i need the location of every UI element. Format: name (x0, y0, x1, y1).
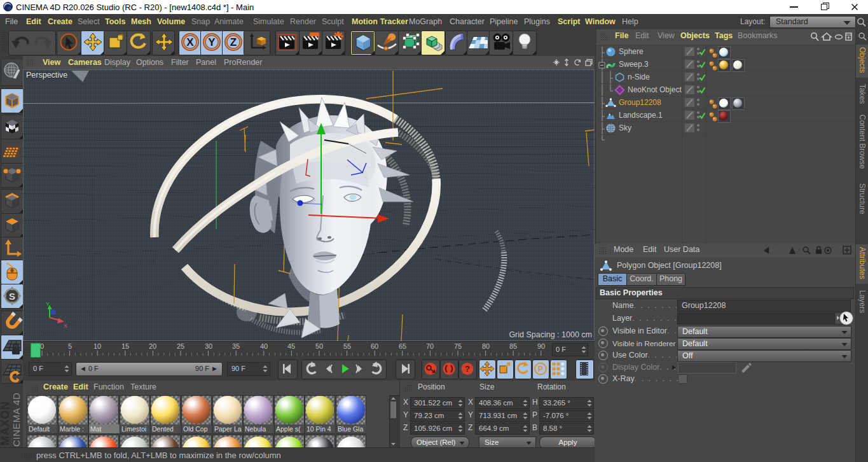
svg-text:?: ? (465, 364, 470, 374)
svg-text:P: P (538, 365, 543, 374)
svg-text:5: 5 (68, 342, 72, 350)
svg-text:Y: Y (208, 36, 216, 48)
svg-text:X: X (186, 36, 194, 48)
svg-text:25: 25 (177, 342, 184, 350)
svg-text:65: 65 (399, 342, 406, 350)
svg-text:X: X (64, 323, 67, 329)
svg-text:55: 55 (343, 342, 351, 350)
svg-text:70: 70 (426, 342, 434, 350)
svg-text:40: 40 (260, 342, 268, 350)
svg-text:20: 20 (149, 342, 156, 350)
svg-text:15: 15 (121, 342, 129, 350)
svg-text:80: 80 (482, 342, 490, 350)
svg-text:85: 85 (509, 342, 517, 350)
svg-text:90: 90 (537, 342, 545, 350)
svg-text:Z: Z (230, 36, 237, 48)
svg-text:50: 50 (315, 342, 323, 350)
svg-text:75: 75 (454, 342, 462, 350)
svg-text:60: 60 (371, 342, 378, 350)
svg-text:35: 35 (232, 342, 240, 350)
svg-text:0: 0 (40, 342, 44, 350)
svg-text:10: 10 (93, 342, 101, 350)
svg-text:Y: Y (46, 301, 50, 307)
svg-text:S: S (9, 291, 15, 302)
svg-text:30: 30 (205, 342, 212, 350)
svg-text:45: 45 (287, 342, 295, 350)
